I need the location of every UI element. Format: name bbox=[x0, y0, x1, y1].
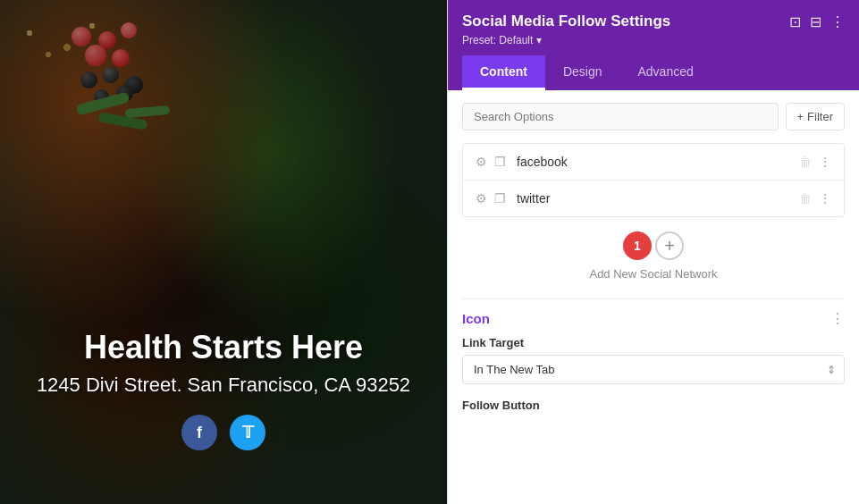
main-heading: Health Starts Here bbox=[0, 329, 447, 366]
panel-preset[interactable]: Preset: Default ▾ bbox=[462, 34, 845, 46]
filter-label: Filter bbox=[807, 110, 833, 123]
add-network-row: 1 + Add New Social Network bbox=[462, 231, 845, 281]
more-facebook-icon[interactable]: ⋮ bbox=[819, 155, 831, 169]
icon-section-menu-icon[interactable]: ⋮ bbox=[830, 310, 845, 327]
panel-title: Social Media Follow Settings bbox=[462, 13, 670, 30]
left-panel: Health Starts Here 1245 Divi Street. San… bbox=[0, 0, 447, 504]
network-name-facebook: facebook bbox=[517, 155, 799, 169]
tab-content[interactable]: Content bbox=[462, 55, 545, 90]
filter-button[interactable]: + Filter bbox=[786, 103, 845, 130]
icon-section-title: Icon bbox=[462, 311, 490, 326]
panel-body: + Filter ⚙ ❐ facebook 🗑 ⋮ ⚙ ❐ bbox=[448, 90, 859, 504]
tab-design[interactable]: Design bbox=[545, 55, 620, 90]
follow-button-field: Follow Button bbox=[462, 395, 845, 412]
badge-red: 1 bbox=[623, 231, 652, 260]
twitter-icon: 𝕋 bbox=[242, 423, 254, 442]
sub-heading: 1245 Divi Street. San Francisco, CA 9325… bbox=[0, 374, 447, 397]
settings-twitter-icon[interactable]: ⚙ bbox=[476, 191, 487, 206]
network-item-twitter: ⚙ ❐ twitter 🗑 ⋮ bbox=[463, 181, 844, 216]
duplicate-icon[interactable]: ❐ bbox=[494, 155, 506, 169]
add-icons-row: 1 + bbox=[623, 231, 684, 260]
follow-button-label: Follow Button bbox=[462, 395, 845, 412]
settings-panel: Social Media Follow Settings ⊡ ⊟ ⋮ Prese… bbox=[447, 0, 859, 504]
network-item-facebook: ⚙ ❐ facebook 🗑 ⋮ bbox=[463, 144, 844, 181]
preset-label: Preset: Default bbox=[462, 34, 533, 46]
add-network-button[interactable]: + bbox=[655, 231, 684, 260]
more-options-icon[interactable]: ⋮ bbox=[830, 13, 845, 30]
duplicate-twitter-icon[interactable]: ❐ bbox=[494, 191, 506, 206]
network-actions-facebook: 🗑 ⋮ bbox=[799, 155, 831, 169]
network-actions-twitter: 🗑 ⋮ bbox=[799, 191, 831, 206]
network-list: ⚙ ❐ facebook 🗑 ⋮ ⚙ ❐ twitter 🗑 ⋮ bbox=[462, 143, 845, 217]
network-item-icons: ⚙ ❐ bbox=[476, 155, 506, 169]
network-item-icons-twitter: ⚙ ❐ bbox=[476, 191, 506, 206]
icon-section-header: Icon ⋮ bbox=[462, 298, 845, 336]
search-row: + Filter bbox=[462, 103, 845, 130]
link-target-label: Link Target bbox=[462, 336, 845, 349]
panel-header: Social Media Follow Settings ⊡ ⊟ ⋮ Prese… bbox=[448, 0, 859, 90]
facebook-icon: f bbox=[197, 424, 202, 442]
network-name-twitter: twitter bbox=[517, 191, 799, 206]
preset-arrow-icon: ▾ bbox=[536, 34, 542, 46]
panel-header-icons: ⊡ ⊟ ⋮ bbox=[789, 13, 845, 30]
columns-icon[interactable]: ⊟ bbox=[810, 13, 821, 30]
delete-facebook-icon[interactable]: 🗑 bbox=[799, 155, 812, 169]
add-network-label: Add New Social Network bbox=[589, 267, 717, 281]
search-input[interactable] bbox=[462, 103, 779, 130]
more-twitter-icon[interactable]: ⋮ bbox=[819, 191, 831, 206]
delete-twitter-icon[interactable]: 🗑 bbox=[799, 191, 812, 206]
twitter-icon-circle[interactable]: 𝕋 bbox=[230, 415, 265, 450]
link-target-field: Link Target In The New Tab Same Tab No L… bbox=[462, 336, 845, 384]
tab-advanced[interactable]: Advanced bbox=[619, 55, 711, 90]
panel-tabs: Content Design Advanced bbox=[462, 55, 845, 90]
filter-icon: + bbox=[797, 110, 804, 123]
link-target-select[interactable]: In The New Tab Same Tab No Link bbox=[462, 355, 845, 384]
social-icons-row: f 𝕋 bbox=[0, 415, 447, 450]
panel-title-row: Social Media Follow Settings ⊡ ⊟ ⋮ bbox=[462, 13, 845, 30]
facebook-icon-circle[interactable]: f bbox=[181, 415, 217, 450]
badge-count: 1 bbox=[634, 239, 641, 253]
settings-icon[interactable]: ⚙ bbox=[476, 155, 487, 169]
expand-icon[interactable]: ⊡ bbox=[789, 13, 801, 30]
page-heading: Health Starts Here 1245 Divi Street. San… bbox=[0, 329, 447, 397]
link-target-select-wrapper: In The New Tab Same Tab No Link bbox=[462, 355, 845, 384]
